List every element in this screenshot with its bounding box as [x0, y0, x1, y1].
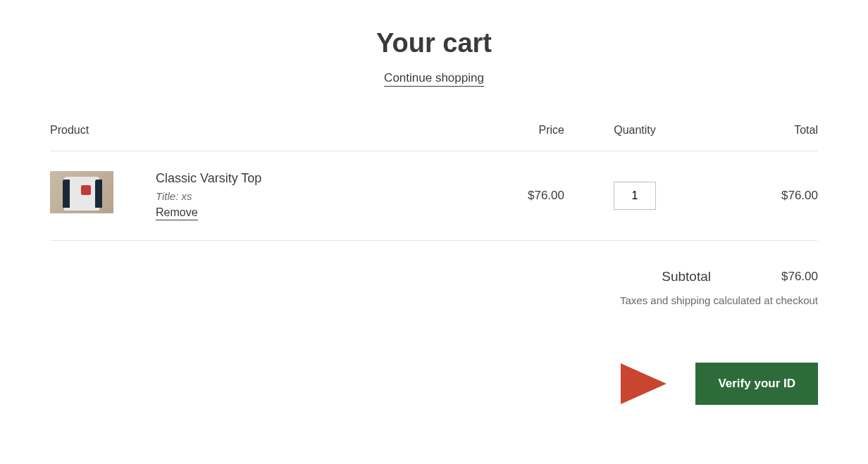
product-cell: Classic Varsity Top Title: xs Remove	[50, 171, 452, 220]
actions-row: Verify your ID	[50, 363, 818, 405]
product-thumbnail[interactable]	[50, 171, 113, 213]
quantity-input[interactable]	[614, 182, 656, 210]
product-info: Classic Varsity Top Title: xs Remove	[156, 171, 261, 220]
cart-page: Your cart Continue shopping Product Pric…	[50, 0, 818, 447]
subtotal-row: Subtotal $76.00	[50, 269, 818, 284]
remove-link[interactable]: Remove	[156, 206, 198, 220]
cart-table: Product Price Quantity Total Classic Var…	[50, 124, 818, 241]
subtotal-label: Subtotal	[662, 269, 711, 284]
column-header-product: Product	[50, 124, 452, 151]
product-name: Classic Varsity Top	[156, 171, 261, 186]
verify-id-button[interactable]: Verify your ID	[695, 363, 818, 405]
column-header-quantity: Quantity	[564, 124, 705, 151]
table-row: Classic Varsity Top Title: xs Remove $76…	[50, 151, 818, 241]
tax-shipping-note: Taxes and shipping calculated at checkou…	[50, 294, 818, 306]
continue-shopping-link[interactable]: Continue shopping	[50, 71, 818, 85]
totals-section: Subtotal $76.00 Taxes and shipping calcu…	[50, 269, 818, 306]
continue-shopping-label: Continue shopping	[384, 71, 484, 87]
subtotal-value: $76.00	[781, 270, 818, 284]
line-total: $76.00	[705, 151, 818, 241]
column-header-total: Total	[705, 124, 818, 151]
product-variant: Title: xs	[156, 190, 261, 202]
annotation-arrow-icon	[346, 359, 670, 408]
line-price: $76.00	[452, 151, 564, 241]
page-title: Your cart	[50, 28, 818, 58]
column-header-price: Price	[452, 124, 564, 151]
product-thumbnail-detail	[81, 185, 91, 195]
